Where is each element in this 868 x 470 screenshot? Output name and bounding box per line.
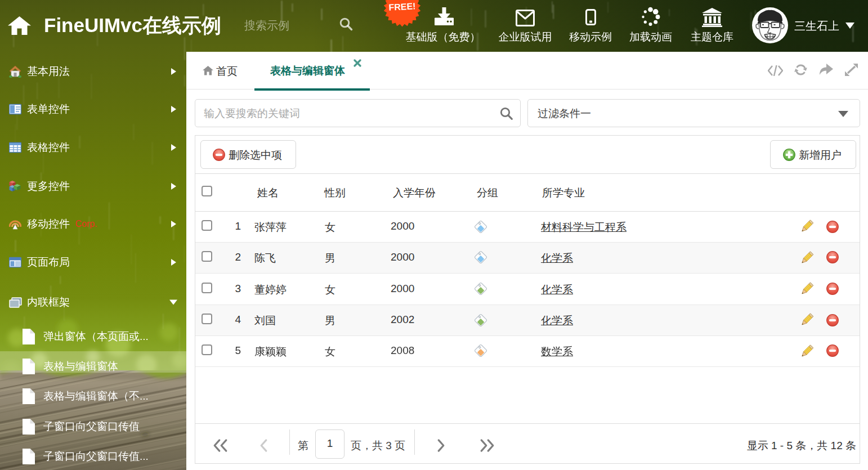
svg-text:FREE!: FREE! (388, 1, 416, 12)
